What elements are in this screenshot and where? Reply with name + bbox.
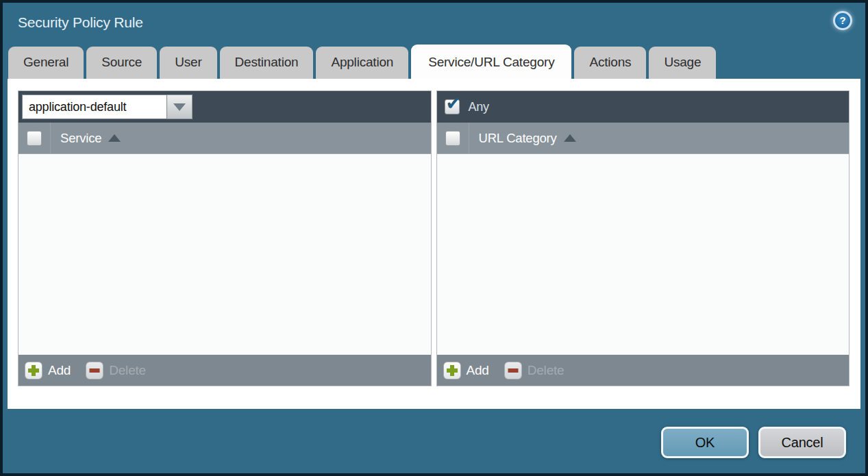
- url-category-panel-toolbar: ✔ Any: [437, 91, 850, 123]
- checkmark-icon: ✔: [446, 92, 462, 114]
- delete-service-button[interactable]: Delete: [86, 362, 146, 379]
- dialog-titlebar: Security Policy Rule ?: [3, 3, 865, 44]
- select-all-services-checkbox[interactable]: [27, 131, 42, 146]
- tab-user[interactable]: User: [160, 47, 216, 79]
- chevron-down-icon: [173, 103, 186, 111]
- url-category-list-body[interactable]: [437, 154, 850, 355]
- minus-icon: [86, 362, 103, 379]
- tab-application[interactable]: Application: [316, 47, 408, 79]
- tab-source[interactable]: Source: [86, 47, 157, 79]
- sort-ascending-icon[interactable]: [564, 134, 576, 142]
- service-column-header[interactable]: Service: [60, 131, 101, 146]
- column-divider: [50, 123, 51, 153]
- column-divider: [469, 123, 469, 153]
- any-checkbox[interactable]: ✔: [445, 99, 460, 114]
- service-panel: application-default Service: [18, 90, 432, 386]
- url-category-panel: ✔ Any URL Category Add: [436, 90, 850, 386]
- tab-service-url-category[interactable]: Service/URL Category: [411, 45, 571, 79]
- tab-usage[interactable]: Usage: [649, 47, 716, 79]
- minus-icon: [504, 362, 522, 379]
- tab-content: application-default Service: [8, 79, 860, 409]
- cancel-button[interactable]: Cancel: [758, 427, 846, 458]
- plus-icon: [25, 362, 42, 379]
- tab-destination[interactable]: Destination: [220, 47, 314, 79]
- service-type-dropdown-value: application-default: [22, 95, 167, 119]
- service-table-header: Service: [18, 123, 431, 154]
- tab-general[interactable]: General: [8, 47, 84, 79]
- delete-url-category-button[interactable]: Delete: [504, 362, 565, 379]
- any-label: Any: [469, 100, 489, 114]
- add-url-category-button[interactable]: Add: [443, 362, 489, 379]
- url-category-panel-footer: Add Delete: [437, 355, 850, 386]
- url-category-column-header[interactable]: URL Category: [479, 131, 557, 146]
- service-panel-footer: Add Delete: [18, 355, 431, 386]
- service-panel-toolbar: application-default: [18, 91, 431, 123]
- dialog-title: Security Policy Rule: [18, 14, 143, 30]
- add-service-button[interactable]: Add: [25, 362, 71, 379]
- security-policy-rule-dialog: Security Policy Rule ? General Source Us…: [3, 3, 865, 458]
- dropdown-arrow-button[interactable]: [167, 95, 193, 119]
- tab-bar: General Source User Destination Applicat…: [3, 44, 865, 79]
- dialog-action-bar: OK Cancel: [3, 427, 846, 458]
- help-icon[interactable]: ?: [833, 11, 852, 30]
- plus-icon: [443, 362, 461, 379]
- url-category-table-header: URL Category: [437, 123, 850, 154]
- any-checkbox-row[interactable]: ✔ Any: [445, 99, 489, 114]
- tab-actions[interactable]: Actions: [574, 47, 646, 79]
- select-all-url-categories-checkbox[interactable]: [445, 131, 460, 146]
- service-list-body[interactable]: [18, 154, 431, 355]
- ok-button[interactable]: OK: [661, 427, 749, 458]
- sort-ascending-icon[interactable]: [108, 134, 121, 142]
- service-type-dropdown[interactable]: application-default: [22, 95, 193, 119]
